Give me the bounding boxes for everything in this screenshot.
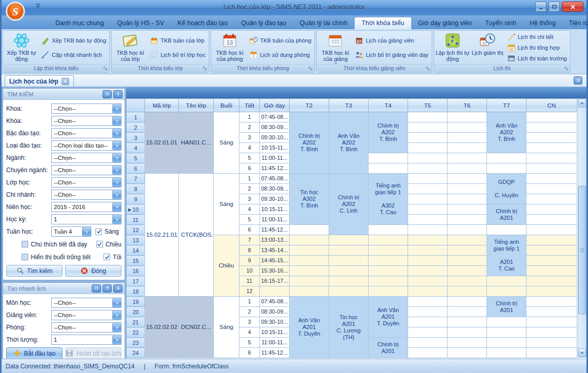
- row-number[interactable]: 5: [127, 153, 145, 163]
- schedule-cell[interactable]: 10:15-11...: [260, 204, 290, 215]
- schedule-cell[interactable]: [408, 266, 448, 276]
- row-number[interactable]: 23: [127, 338, 145, 348]
- menu-tab-2[interactable]: Kế hoạch đào tạo: [171, 17, 234, 29]
- group-launcher-icon[interactable]: [202, 66, 208, 71]
- group-launcher-icon[interactable]: [103, 66, 108, 71]
- schedule-cell[interactable]: [448, 297, 487, 307]
- schedule-cell[interactable]: [448, 286, 487, 297]
- app-logo-icon[interactable]: S: [6, 2, 25, 21]
- menu-tab-8[interactable]: Hệ thống: [523, 17, 562, 29]
- menu-tab-6[interactable]: Giờ dạy giảng viên: [412, 17, 479, 29]
- schedule-cell[interactable]: [526, 307, 577, 317]
- schedule-cell[interactable]: [526, 338, 577, 348]
- schedule-cell[interactable]: Chiều: [214, 235, 239, 297]
- schedule-cell[interactable]: [487, 317, 526, 327]
- schedule-cell[interactable]: GDQP C. Huyền: [487, 174, 526, 204]
- schedule-cell[interactable]: [408, 327, 448, 338]
- schedule-cell[interactable]: Chính trị A201: [487, 204, 526, 225]
- row-number[interactable]: 11: [127, 215, 145, 225]
- maximize-button[interactable]: [549, 2, 560, 12]
- schedule-cell[interactable]: Sáng: [214, 297, 239, 358]
- close-panel-button[interactable]: [113, 284, 123, 293]
- schedule-cell[interactable]: Sáng: [214, 174, 239, 235]
- tab-lich-hoc-cua-lop[interactable]: Lịch học của lớp: [5, 75, 74, 87]
- schedule-cell[interactable]: 15.02.21.01: [145, 174, 179, 297]
- dropdown[interactable]: --Chọn--: [51, 310, 121, 320]
- schedule-cell[interactable]: [448, 256, 487, 266]
- schedule-cell[interactable]: 10: [239, 266, 260, 276]
- schedule-cell[interactable]: [329, 235, 369, 245]
- schedule-cell[interactable]: [369, 286, 408, 297]
- schedule-cell[interactable]: [290, 286, 329, 297]
- row-number[interactable]: 6: [127, 163, 145, 174]
- chevron-down-icon[interactable]: [112, 104, 121, 113]
- dropdown[interactable]: --Chọn--: [51, 298, 121, 308]
- schedule-cell[interactable]: Anh Văn A202 T. Bình: [487, 112, 526, 153]
- hoàn-tất-tạo-lịch-button[interactable]: Hoàn tất tạo lịch: [65, 347, 121, 359]
- menu-tab-4[interactable]: Quản lý tài chính: [293, 17, 354, 29]
- schedule-cell[interactable]: HAN01.C...: [179, 112, 214, 174]
- schedule-cell[interactable]: [290, 225, 329, 235]
- schedule-cell[interactable]: [369, 256, 408, 266]
- dropdown[interactable]: --Chọn--: [51, 153, 121, 163]
- chevron-down-icon[interactable]: [112, 141, 121, 150]
- group-launcher-icon[interactable]: [308, 66, 313, 71]
- schedule-cell[interactable]: [408, 133, 448, 143]
- dropdown[interactable]: --Chọn loại đào tạo--: [51, 140, 121, 151]
- row-number[interactable]: 12: [127, 225, 145, 235]
- vertical-scrollbar[interactable]: [578, 98, 586, 358]
- schedule-cell[interactable]: 13:00-13...: [260, 235, 290, 245]
- chevron-down-icon[interactable]: [112, 116, 121, 126]
- schedule-cell[interactable]: 12: [239, 286, 260, 297]
- schedule-cell[interactable]: 3: [239, 317, 260, 327]
- schedule-cell[interactable]: 7: [239, 235, 260, 245]
- schedule-cell[interactable]: 2: [239, 307, 260, 317]
- schedule-cell[interactable]: 2: [239, 122, 260, 133]
- dropdown[interactable]: --Chọn--: [51, 128, 121, 138]
- schedule-cell[interactable]: [369, 266, 408, 276]
- checkbox-box[interactable]: [22, 241, 28, 247]
- schedule-cell[interactable]: DCN02.C...: [179, 297, 214, 358]
- schedule-cell[interactable]: [448, 184, 487, 194]
- schedule-cell[interactable]: [526, 245, 577, 256]
- row-number[interactable]: 21: [127, 317, 145, 327]
- schedule-cell[interactable]: [526, 297, 577, 307]
- ribbon-small-button[interactable]: TKB tuần của phòng: [247, 36, 313, 46]
- schedule-cell[interactable]: 15.02.01.01: [145, 112, 179, 174]
- schedule-cell[interactable]: [329, 245, 369, 256]
- schedule-cell[interactable]: Chính trị A202 T. Bình: [290, 112, 329, 174]
- schedule-cell[interactable]: [408, 225, 448, 235]
- row-number[interactable]: 22: [127, 327, 145, 338]
- schedule-cell[interactable]: [526, 153, 577, 163]
- schedule-cell[interactable]: 5: [239, 338, 260, 348]
- schedule-cell[interactable]: 08:30-09...: [260, 122, 290, 133]
- schedule-cell[interactable]: [487, 338, 526, 348]
- row-number[interactable]: 20: [127, 307, 145, 317]
- chevron-down-icon[interactable]: [112, 215, 121, 224]
- schedule-cell[interactable]: 11:45-12...: [260, 163, 290, 174]
- chevron-down-icon[interactable]: [112, 323, 121, 332]
- schedule-cell[interactable]: Chính trị A201: [369, 338, 408, 358]
- checkbox[interactable]: Hiển thị buổi trống tiết: [22, 254, 104, 261]
- row-number[interactable]: ▶10: [127, 204, 145, 215]
- schedule-cell[interactable]: [526, 225, 577, 235]
- schedule-cell[interactable]: 16:15-17...: [260, 276, 290, 286]
- schedule-cell[interactable]: [369, 235, 408, 245]
- dropdown[interactable]: 1: [51, 214, 121, 224]
- schedule-cell[interactable]: Chính trị A302 C. Linh: [329, 174, 369, 235]
- tab-close-icon[interactable]: [62, 78, 69, 85]
- schedule-cell[interactable]: [526, 256, 577, 266]
- row-number[interactable]: 4: [127, 143, 145, 153]
- checkbox-box[interactable]: [96, 241, 103, 247]
- pin-panel-button[interactable]: [113, 90, 123, 98]
- schedule-cell[interactable]: [408, 245, 448, 256]
- dropdown[interactable]: --Chọn--: [51, 177, 121, 188]
- schedule-cell[interactable]: Tin học A201 C. Lương (TH): [329, 297, 369, 358]
- schedule-cell[interactable]: [448, 163, 487, 174]
- schedule-cell[interactable]: [290, 266, 329, 276]
- schedule-cell[interactable]: [408, 194, 448, 204]
- chevron-down-icon[interactable]: [112, 310, 121, 320]
- schedule-cell[interactable]: [408, 286, 448, 297]
- schedule-cell[interactable]: [408, 276, 448, 286]
- ribbon-small-button[interactable]: Lịch bố trí giảng viên dạy: [353, 50, 430, 59]
